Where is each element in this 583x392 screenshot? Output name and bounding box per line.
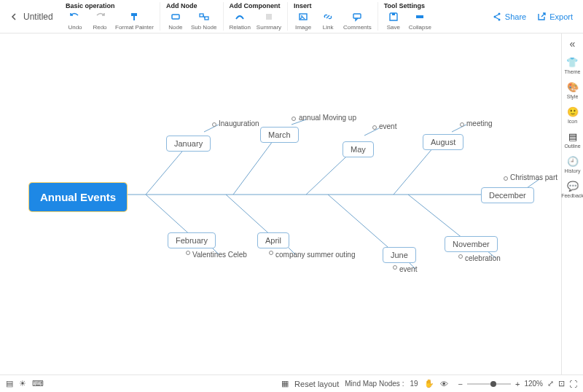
- pin: [504, 176, 508, 181]
- side-history[interactable]: 🕘History: [565, 156, 581, 173]
- save-icon: [388, 11, 399, 23]
- top-toolbar: Untitled Basic operation Undo Redo Forma…: [0, 0, 583, 34]
- side-style[interactable]: 🎨Style: [567, 82, 579, 99]
- leaf-december[interactable]: Christmas part: [510, 173, 557, 181]
- svg-line-21: [328, 195, 394, 252]
- share-icon: [492, 12, 502, 22]
- zoom-out-button[interactable]: −: [458, 380, 463, 388]
- comments-icon: [351, 11, 363, 23]
- eye-button[interactable]: 👁: [440, 380, 448, 388]
- style-icon: 🎨: [567, 82, 579, 93]
- svg-line-16: [233, 136, 277, 195]
- root-node[interactable]: Annual Events: [29, 183, 127, 211]
- leaf-march[interactable]: annual Moving up: [299, 114, 356, 122]
- side-outline[interactable]: ▤Outline: [564, 131, 580, 149]
- leaf-january[interactable]: Inauguration: [219, 119, 259, 128]
- pin: [292, 117, 296, 121]
- status-brightness-button[interactable]: ☀: [19, 379, 26, 388]
- group-tool-settings: Tool Settings Save Collapse: [377, 2, 437, 31]
- comments-button[interactable]: Comments: [343, 11, 372, 31]
- svg-line-22: [408, 195, 466, 241]
- svg-rect-3: [200, 14, 203, 17]
- nodes-count: 19: [410, 380, 418, 388]
- toolbar-groups: Basic operation Undo Redo Format Painter…: [60, 0, 437, 33]
- node-june[interactable]: June: [383, 247, 416, 263]
- save-button[interactable]: Save: [384, 11, 403, 31]
- svg-rect-0: [131, 13, 137, 16]
- nodes-label: Mind Map Nodes :: [345, 380, 404, 388]
- undo-icon: [69, 11, 81, 23]
- svg-rect-10: [416, 15, 423, 18]
- image-button[interactable]: Image: [294, 11, 313, 31]
- image-icon: [297, 11, 309, 23]
- leaf-february[interactable]: Valentines Celeb: [192, 251, 247, 259]
- svg-rect-4: [205, 17, 208, 20]
- sub-node-button[interactable]: Sub Node: [191, 11, 217, 31]
- status-bar: ▤ ☀ ⌨ ▦ Reset layout Mind Map Nodes : 19…: [0, 375, 583, 392]
- leaf-april[interactable]: company summer outing: [275, 251, 356, 259]
- reset-layout-button[interactable]: Reset layout: [294, 380, 339, 388]
- doc-title[interactable]: Untitled: [22, 0, 60, 33]
- zoom-in-button[interactable]: +: [515, 380, 520, 388]
- node-march[interactable]: March: [260, 127, 299, 143]
- theme-icon: 👕: [566, 57, 578, 68]
- back-button[interactable]: [6, 0, 22, 33]
- fullscreen-button[interactable]: ⛶: [569, 380, 577, 388]
- undo-button[interactable]: Undo: [66, 11, 85, 31]
- svg-line-25: [364, 128, 379, 136]
- node-may[interactable]: May: [343, 141, 374, 157]
- link-button[interactable]: Link: [318, 11, 337, 31]
- reset-layout-icon: ▦: [281, 379, 289, 388]
- zoom-slider[interactable]: [467, 383, 511, 385]
- group-insert: Insert Image Link Comments: [287, 2, 377, 31]
- side-icon[interactable]: 🙂Icon: [567, 106, 579, 124]
- export-button[interactable]: Export: [536, 12, 573, 22]
- export-icon: [536, 12, 547, 22]
- side-panel: « 👕Theme 🎨Style 🙂Icon ▤Outline 🕘History …: [561, 34, 583, 375]
- leaf-august[interactable]: meeting: [466, 119, 493, 128]
- feedback-icon: 💬: [567, 181, 579, 192]
- node-april[interactable]: April: [257, 232, 289, 248]
- svg-line-20: [226, 195, 273, 238]
- pin: [372, 125, 377, 130]
- svg-rect-1: [133, 16, 135, 20]
- zoom-value: 120%: [524, 380, 543, 388]
- center-button[interactable]: ⊡: [558, 379, 565, 388]
- redo-button[interactable]: Redo: [90, 11, 109, 31]
- node-button[interactable]: Node: [166, 11, 185, 31]
- outline-icon: ▤: [568, 131, 577, 142]
- relation-button[interactable]: Relation: [230, 11, 251, 31]
- pin: [212, 122, 216, 127]
- group-basic-operation: Basic operation Undo Redo Format Painter: [60, 2, 160, 31]
- summary-button[interactable]: Summary: [257, 11, 281, 31]
- svg-line-19: [146, 195, 193, 238]
- status-layers-button[interactable]: ▤: [6, 379, 13, 388]
- side-theme[interactable]: 👕Theme: [565, 57, 581, 74]
- status-keyboard-button[interactable]: ⌨: [32, 379, 44, 388]
- svg-line-23: [204, 125, 219, 132]
- collapse-icon: [414, 11, 426, 23]
- node-november[interactable]: November: [445, 236, 498, 252]
- svg-rect-5: [266, 14, 272, 20]
- collapse-button[interactable]: Collapse: [409, 11, 431, 31]
- pin: [458, 254, 463, 259]
- node-february[interactable]: February: [168, 232, 216, 248]
- svg-line-26: [452, 125, 466, 132]
- node-august[interactable]: August: [423, 134, 463, 150]
- fit-button[interactable]: ⤢: [547, 379, 554, 388]
- format-painter-button[interactable]: Format Painter: [115, 11, 154, 31]
- pan-button[interactable]: ✋: [424, 379, 434, 388]
- pin: [186, 251, 190, 255]
- node-december[interactable]: December: [481, 187, 534, 203]
- leaf-may[interactable]: event: [379, 122, 396, 130]
- side-feedback[interactable]: 💬Feedback: [561, 181, 583, 198]
- node-january[interactable]: January: [166, 136, 211, 152]
- leaf-june[interactable]: event: [399, 265, 417, 273]
- format-painter-icon: [128, 11, 140, 23]
- icon-icon: 🙂: [567, 106, 579, 117]
- mindmap-canvas[interactable]: Annual Events January March May August D…: [0, 34, 561, 375]
- pin: [460, 122, 464, 127]
- leaf-november[interactable]: celebration: [465, 254, 501, 262]
- panel-collapse-button[interactable]: «: [570, 38, 576, 50]
- share-button[interactable]: Share: [492, 12, 526, 22]
